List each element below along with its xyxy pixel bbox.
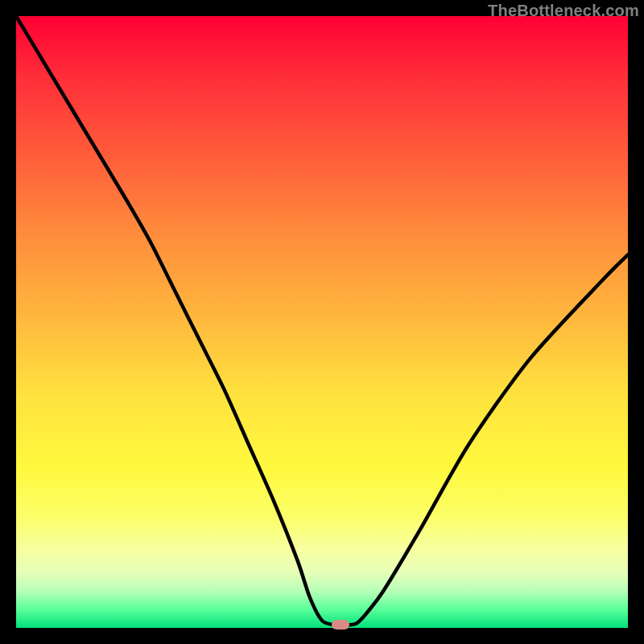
curve-path bbox=[16, 16, 628, 625]
curve-svg bbox=[16, 16, 628, 628]
plot-area bbox=[16, 16, 628, 628]
min-marker bbox=[332, 620, 349, 630]
chart-stage: TheBottleneck.com bbox=[0, 0, 644, 644]
